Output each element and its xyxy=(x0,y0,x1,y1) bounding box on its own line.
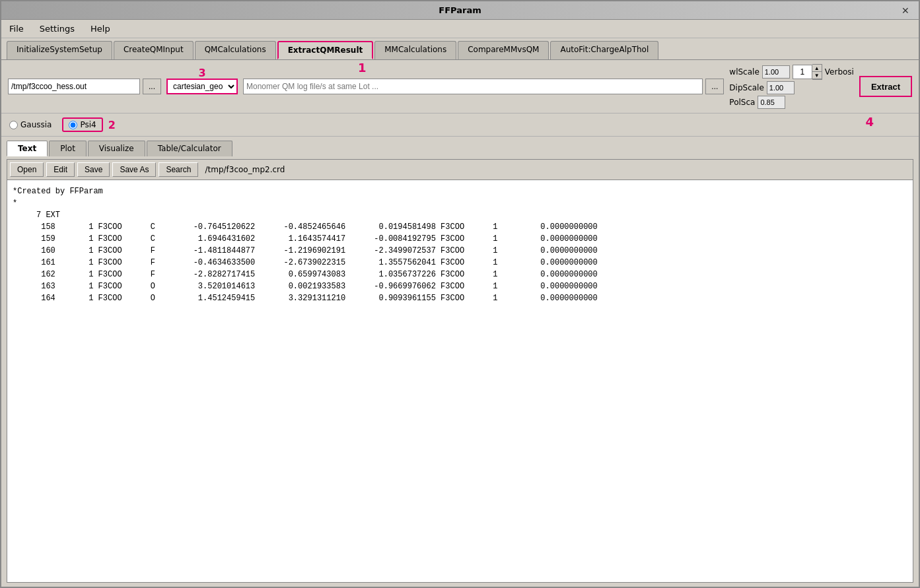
monomer-input-group: ... xyxy=(243,79,724,94)
menu-file[interactable]: File xyxy=(7,22,26,35)
main-toolbar: ... cartesian_geo internal_geo 3 ... wlS… xyxy=(1,60,919,114)
radio-row: Gaussia Psi4 2 1 4 xyxy=(1,114,919,137)
pol-scale-label: PolSca xyxy=(729,98,755,107)
tab-autofit-charge-alp-thol[interactable]: AutoFit:ChargeAlpThol xyxy=(550,41,658,59)
callout-1: 1 xyxy=(358,61,367,75)
menu-settings[interactable]: Settings xyxy=(37,22,77,35)
psi4-label: Psi4 xyxy=(80,120,96,129)
dip-scale-label: DipScale xyxy=(729,83,763,92)
verbosity-down[interactable]: ▼ xyxy=(812,72,822,79)
main-tab-bar: InitializeSystemSetup CreateQMInput QMCa… xyxy=(1,38,919,60)
verbosity-arrows: ▲ ▼ xyxy=(812,64,822,80)
tab-create-qm-input[interactable]: CreateQMInput xyxy=(114,41,194,59)
hess-browse-button[interactable]: ... xyxy=(143,79,161,94)
geometry-dropdown[interactable]: cartesian_geo internal_geo xyxy=(166,79,238,94)
gaussian-label: Gaussia xyxy=(20,120,52,129)
dip-scale-input[interactable] xyxy=(767,81,795,94)
content-area: Text Plot Visualize Table/Calculator Ope… xyxy=(1,137,919,587)
sub-tab-visualize[interactable]: Visualize xyxy=(88,141,145,156)
dip-scale-group: DipScale xyxy=(729,81,854,94)
gaussian-radio[interactable] xyxy=(9,121,18,129)
verbosity-up[interactable]: ▲ xyxy=(812,65,822,72)
psi4-radio-label[interactable]: Psi4 xyxy=(69,120,96,129)
pol-scale-input[interactable] xyxy=(758,96,785,109)
psi4-radio-wrapper: Psi4 xyxy=(62,117,102,132)
menu-help[interactable]: Help xyxy=(88,22,113,35)
monomer-file-input[interactable] xyxy=(243,79,703,94)
verbosity-input[interactable] xyxy=(793,65,812,79)
file-input-group: ... xyxy=(8,79,161,94)
wl-scale-group: wlScale ▲ ▼ Verbosi xyxy=(729,64,854,80)
search-button[interactable]: Search xyxy=(159,162,198,177)
wl-scale-input[interactable] xyxy=(762,65,790,79)
tab-qm-calculations[interactable]: QMCalculations xyxy=(195,41,276,59)
editor-filepath: /tmp/f3coo_mp2.crd xyxy=(201,165,289,174)
editor-toolbar: Open Edit Save Save As Search /tmp/f3coo… xyxy=(7,159,913,180)
extract-button[interactable]: Extract xyxy=(859,76,912,97)
monomer-browse-button[interactable]: ... xyxy=(705,79,724,94)
close-button[interactable]: ✕ xyxy=(898,4,913,17)
callout-3: 3 xyxy=(198,67,205,79)
geo-dropdown-wrapper: cartesian_geo internal_geo 3 xyxy=(166,79,238,94)
verbosity-label: Verbosi xyxy=(825,67,854,77)
tab-compare-mm-vs-qm[interactable]: CompareMMvsQM xyxy=(458,41,549,59)
gaussian-radio-label[interactable]: Gaussia xyxy=(9,120,52,129)
sub-tab-plot[interactable]: Plot xyxy=(49,141,87,156)
open-button[interactable]: Open xyxy=(10,162,44,177)
edit-button[interactable]: Edit xyxy=(46,162,75,177)
psi4-radio[interactable] xyxy=(69,121,77,129)
text-editor[interactable]: *Created by FFParam * 7 EXT 158 1 F3COO … xyxy=(7,180,913,583)
sub-tab-table-calculator[interactable]: Table/Calculator xyxy=(147,141,232,156)
hess-file-input[interactable] xyxy=(8,79,140,94)
callout-4: 4 xyxy=(865,115,874,129)
menu-bar: File Settings Help xyxy=(1,20,919,38)
pol-scale-group: PolSca xyxy=(729,96,854,109)
verbosity-spinner: ▲ ▼ xyxy=(793,64,822,80)
wl-scale-label: wlScale xyxy=(729,67,759,77)
tab-mm-calculations[interactable]: MMCalculations xyxy=(374,41,456,59)
save-button[interactable]: Save xyxy=(77,162,110,177)
scales-group: wlScale ▲ ▼ Verbosi DipScale xyxy=(729,64,854,109)
title-bar: FFParam ✕ xyxy=(1,1,919,20)
sub-tab-text[interactable]: Text xyxy=(7,141,48,156)
app-window: FFParam ✕ File Settings Help InitializeS… xyxy=(0,0,920,588)
right-toolbar: wlScale ▲ ▼ Verbosi DipScale xyxy=(729,64,912,109)
callout-2: 2 xyxy=(108,119,116,131)
save-as-button[interactable]: Save As xyxy=(112,162,156,177)
sub-tab-bar: Text Plot Visualize Table/Calculator xyxy=(7,141,913,156)
tab-extract-qm-result[interactable]: ExtractQMResult xyxy=(277,41,374,59)
tab-initialize-system-setup[interactable]: InitializeSystemSetup xyxy=(7,41,112,59)
window-title: FFParam xyxy=(439,5,481,15)
